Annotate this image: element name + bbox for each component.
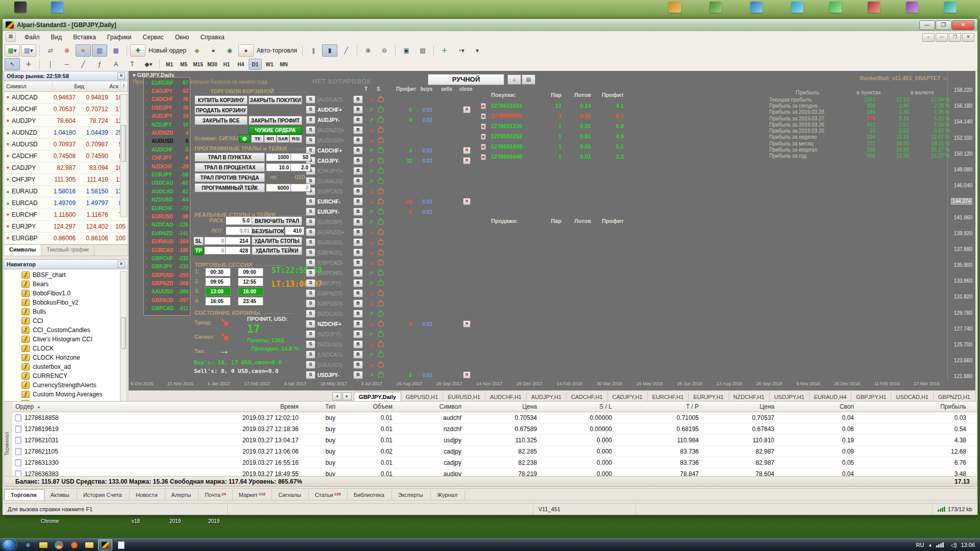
col-open-price[interactable]: Цена xyxy=(461,403,537,410)
market-watch-row[interactable]: AUDJPY 78.604 78.724 120 xyxy=(4,115,128,127)
trail-value-field[interactable]: 1000 xyxy=(266,153,291,161)
market-watch-row[interactable]: EURCHF 1.11600 1.11676 76 xyxy=(4,209,128,221)
buy-pair-button[interactable]: B xyxy=(353,228,363,236)
navigator-item[interactable]: ƒ CLOCK xyxy=(4,344,128,353)
buy-pair-button[interactable]: B xyxy=(353,310,363,318)
close-icon[interactable]: ✕ xyxy=(117,261,125,268)
tile-windows-icon[interactable]: ▣ xyxy=(399,44,414,57)
sell-pair-button[interactable]: S xyxy=(306,95,315,104)
sell-pair-button[interactable]: S xyxy=(306,289,315,297)
market-watch-icon[interactable]: ⇄ xyxy=(43,44,58,57)
desktop-icon[interactable] xyxy=(791,2,803,13)
pair-strength-row[interactable]: XAUUSD -384 xyxy=(144,288,190,296)
buy-pair-button[interactable]: B xyxy=(353,197,363,206)
order-row[interactable]: 1278618858 2019.03.27 12:02:10 buy 0.01 … xyxy=(4,412,977,423)
navigator-icon[interactable]: ★ xyxy=(76,44,91,57)
navigator-item[interactable]: ƒ CurrencyStrengthAlerts xyxy=(4,381,128,390)
tab-symbols[interactable]: Символы xyxy=(4,245,41,256)
market-watch-header[interactable]: Обзор рынка: 22:59:58 ✕ xyxy=(4,71,128,81)
terminal-tab[interactable]: История Счета xyxy=(77,490,130,500)
session-end-field[interactable]: 09:00 xyxy=(238,268,263,277)
menu-insert[interactable]: Вставка xyxy=(67,32,102,43)
close-button[interactable]: ✕ xyxy=(952,20,974,30)
buy-pair-button[interactable]: B xyxy=(353,371,363,379)
taskbar-mt4-icon[interactable] xyxy=(98,539,112,550)
pair-strength-row[interactable]: EURGBP 67 xyxy=(144,79,190,87)
navigator-item[interactable]: ƒ clusterbox_ad xyxy=(4,362,128,371)
desktop-icon[interactable] xyxy=(51,2,63,13)
chart-tab[interactable]: GBPJPY,Daily xyxy=(354,392,401,402)
sell-pair-button[interactable]: S xyxy=(306,350,315,359)
scroll-right-icon[interactable]: ► xyxy=(342,392,352,400)
navigator-header[interactable]: Навигатор ✕ xyxy=(4,259,128,269)
taskbar-notepad-icon[interactable] xyxy=(114,540,128,550)
buy-pair-button[interactable]: B xyxy=(353,248,363,257)
condition-button-rsi[interactable]: RSI xyxy=(289,135,302,143)
terminal-tab[interactable]: Журнал xyxy=(431,490,465,500)
autotrade-label[interactable]: Авто-торговля xyxy=(255,47,299,54)
buy-pair-button[interactable]: B xyxy=(353,218,363,226)
navigator-item[interactable]: ƒ BobokusFibo_v2 xyxy=(4,298,128,307)
strategy-tester-icon[interactable]: ▦ xyxy=(108,44,124,57)
other-orders-button[interactable]: ЧУЖИЕ ОРДЕРА xyxy=(249,126,302,135)
buy-pair-button[interactable]: B xyxy=(353,289,363,297)
desktop-icon[interactable] xyxy=(868,2,880,13)
market-watch-row[interactable]: EURCAD 1.49709 1.49797 88 xyxy=(4,197,128,209)
search-icon[interactable]: ⌕ xyxy=(922,33,935,42)
taskbar-folder-icon[interactable] xyxy=(83,540,96,550)
sell-pair-button[interactable]: S xyxy=(306,238,315,246)
sell-pair-button[interactable]: S xyxy=(306,269,315,277)
buy-pair-button[interactable]: B xyxy=(353,208,363,216)
trail-button[interactable]: ТРАЛ ПРОТИВ ТРЕНДА xyxy=(194,173,265,182)
col-time[interactable]: Время xyxy=(117,403,299,410)
trail-button[interactable]: ТРАЛ В ПРОЦЕНТАХ xyxy=(194,163,265,172)
taskbar-media-icon[interactable] xyxy=(67,540,81,550)
chart-tab[interactable]: EURJPY,H1 xyxy=(689,392,728,402)
col-sl[interactable]: S / L xyxy=(537,403,612,410)
pair-strength-row[interactable]: EURCHF -72 xyxy=(144,204,190,212)
pair-strength-row[interactable]: EURCAD -185 xyxy=(144,246,190,254)
desktop-icon[interactable] xyxy=(669,2,681,13)
chart-tab[interactable]: NZDCHF,H1 xyxy=(729,392,770,402)
chart-tab[interactable]: EURUSD,H1 xyxy=(443,392,485,402)
profiles-button[interactable]: ▤▾ xyxy=(21,44,36,57)
scroll-left-icon[interactable]: ◄ xyxy=(332,392,341,400)
trail-button[interactable]: ТРАЛ В ПУНКТАХ xyxy=(194,153,265,162)
sell-pair-button[interactable]: S xyxy=(306,340,315,348)
chart-tab[interactable]: GBPNZD,H1 xyxy=(934,392,975,402)
sell-pair-button[interactable]: S xyxy=(306,228,315,236)
market-watch-row[interactable]: AUDUSD 0.70937 0.70987 50 xyxy=(4,139,128,151)
menu-charts[interactable]: Графики xyxy=(102,32,137,43)
mdi-minimize-button[interactable]: — xyxy=(936,33,948,42)
terminal-tab[interactable]: Активы xyxy=(44,490,77,500)
col-order[interactable]: Ордер ▲ xyxy=(15,403,117,410)
trail-button[interactable]: ПРОГРАММНЫЙ ТЕЙК xyxy=(194,183,265,192)
col-price[interactable]: Цена xyxy=(699,403,774,410)
desktop-icon[interactable] xyxy=(14,2,27,13)
sell-pair-button[interactable]: S xyxy=(306,126,315,134)
order-row[interactable]: 1278619619 2019.03.27 12:18:36 buy 0.01 … xyxy=(4,423,977,435)
col-symbol[interactable]: Символ xyxy=(4,81,53,91)
tp-button[interactable]: TP xyxy=(193,246,204,255)
timeframe-d1[interactable]: D1 xyxy=(249,59,262,70)
trendline-icon[interactable]: ╱ xyxy=(76,58,91,70)
tp-points-field[interactable]: 428 xyxy=(225,246,251,255)
close-pair-button[interactable]: ✕ xyxy=(463,106,471,113)
market-watch-row[interactable]: AUDCAD 0.94637 0.94819 182 xyxy=(4,92,128,104)
metaeditor-icon[interactable]: ● xyxy=(206,44,221,57)
maximize-button[interactable]: ❐ xyxy=(936,20,951,30)
candlestick-icon[interactable]: ▮ xyxy=(322,44,337,57)
zoom-in-icon[interactable]: ⊕ xyxy=(360,44,376,57)
col-spread[interactable]: ! xyxy=(121,81,128,91)
terminal-tab[interactable]: Библиотека xyxy=(348,490,392,500)
trail-value-field[interactable]: 0 xyxy=(290,184,311,192)
menu-window[interactable]: Окно xyxy=(169,32,195,43)
data-window-icon[interactable]: ⊕ xyxy=(59,44,75,57)
navigator-item[interactable]: ƒ BoboFibov1.0 xyxy=(4,289,128,298)
terminal-tab[interactable]: Маркет 102 xyxy=(233,490,273,500)
timeframe-m30[interactable]: M30 xyxy=(206,59,219,70)
session-start-field[interactable]: 13:00 xyxy=(205,287,231,296)
timeframe-h1[interactable]: H1 xyxy=(220,59,233,70)
close-all-button[interactable]: ЗАКРЫТЬ ВСЕ xyxy=(194,116,248,125)
delete-takes-button[interactable]: УДАЛИТЬ ТЕЙКИ xyxy=(252,246,302,255)
